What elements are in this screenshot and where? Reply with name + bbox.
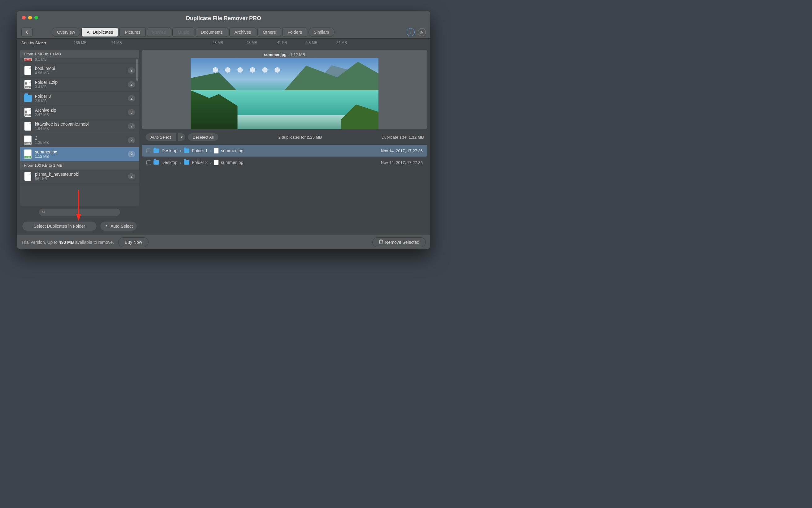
window-controls	[22, 16, 38, 19]
tab-movies[interactable]: Movies	[147, 28, 171, 37]
png-icon: PNG	[24, 135, 32, 145]
file-size: 4.96 MB	[35, 71, 125, 75]
tab-size-label	[134, 41, 167, 45]
close-window-icon[interactable]	[22, 16, 26, 19]
tab-all-duplicates[interactable]: All Duplicates	[81, 28, 118, 37]
path-segment: summer.jpg	[221, 160, 243, 165]
list-section-header: From 1 MB to 10 MB	[20, 50, 139, 58]
duplicate-path-row[interactable]: Desktop›Folder 1›summer.jpgNov 14, 2017,…	[142, 145, 427, 157]
back-button[interactable]	[22, 28, 33, 37]
file-size: 9.1 MB	[35, 58, 135, 61]
tab-music[interactable]: Music	[172, 28, 194, 37]
tab-documents[interactable]: Documents	[196, 28, 228, 37]
duplicate-size: Duplicate size: 1.12 MB	[382, 135, 424, 139]
chevron-down-icon: ▾	[44, 41, 46, 45]
duplicate-count-badge: 3	[128, 68, 135, 74]
tab-size-label: 41 KB	[267, 41, 297, 45]
auto-select-caret[interactable]: ▾	[178, 133, 186, 141]
file-name: Archive.zip	[35, 108, 125, 113]
folder-icon	[154, 160, 159, 165]
file-list[interactable]: From 1 MB to 10 MBPDF9.1 MBbook.mobi4.96…	[20, 50, 139, 206]
app-window: Duplicate File Remover PRO Overview All …	[17, 11, 430, 249]
path-segment: Desktop	[162, 148, 177, 153]
chevron-right-icon: ›	[210, 160, 212, 165]
tab-pictures[interactable]: Pictures	[120, 28, 146, 37]
titlebar: Duplicate File Remover PRO	[17, 11, 430, 26]
sparkle-icon	[104, 224, 109, 228]
size-bar: Sort by Size▾ 135 MB14 MB48 MB68 MB41 KB…	[17, 39, 430, 50]
duplicate-summary: 2 duplicates for 2.25 MB	[221, 135, 379, 139]
auto-select-dropdown[interactable]: Auto Select	[145, 133, 176, 141]
preview-image	[190, 58, 379, 129]
file-size: 3.4 MB	[35, 85, 125, 89]
chevron-right-icon: ›	[210, 148, 212, 153]
trash-icon	[379, 239, 383, 245]
list-item[interactable]: PNG21.35 MB2	[20, 133, 139, 147]
path-segment: summer.jpg	[221, 148, 243, 153]
sort-label: Sort by Size	[22, 41, 43, 45]
detail-pane: summer.jpg - 1.12 MB Auto Select ▾ Desel…	[142, 50, 427, 232]
info-icon[interactable]: i	[407, 28, 415, 36]
file-icon	[214, 148, 218, 154]
minimize-window-icon[interactable]	[28, 16, 32, 19]
deselect-all-button[interactable]: Deselect All	[187, 133, 219, 141]
tab-overview[interactable]: Overview	[52, 28, 80, 37]
doc-icon	[24, 66, 32, 76]
zip-icon: ZIP	[24, 80, 32, 89]
list-item[interactable]: JPEGsummer.jpg1.12 MB2	[20, 147, 139, 161]
doc-icon	[24, 121, 32, 131]
list-item[interactable]: PDF9.1 MB	[20, 58, 139, 64]
tab-size-label: 14 MB	[99, 41, 134, 45]
zoom-window-icon[interactable]	[34, 16, 38, 19]
tab-size-label: 5.8 MB	[297, 41, 326, 45]
file-name: Folder 1.zip	[35, 80, 125, 85]
checkbox[interactable]	[146, 160, 151, 165]
select-duplicates-in-folder-button[interactable]: Select Duplicates in Folder	[22, 221, 97, 231]
duplicate-count-badge: 3	[128, 109, 135, 115]
duplicate-count-badge: 2	[128, 81, 135, 88]
checkbox[interactable]	[146, 149, 151, 153]
list-item[interactable]: ZIPFolder 1.zip3.4 MB2	[20, 78, 139, 92]
chevron-right-icon: ›	[180, 160, 181, 165]
path-segment: Folder 2	[192, 160, 208, 165]
path-segment: Folder 1	[192, 148, 208, 153]
buy-now-button[interactable]: Buy Now	[118, 237, 148, 247]
file-size: 2.9 MB	[35, 99, 125, 103]
sidebar: From 1 MB to 10 MBPDF9.1 MBbook.mobi4.96…	[20, 50, 139, 232]
tab-folders[interactable]: Folders	[282, 28, 307, 37]
list-item[interactable]: ZIPArchive.zip2.47 MB3	[20, 105, 139, 119]
toolbar: Overview All Duplicates Pictures Movies …	[17, 26, 430, 39]
file-date: Nov 14, 2017, 17:27:36	[381, 160, 423, 165]
tab-archives[interactable]: Archives	[229, 28, 257, 37]
duplicate-paths-list: Desktop›Folder 1›summer.jpgNov 14, 2017,…	[142, 145, 427, 168]
zip-icon: ZIP	[24, 108, 32, 117]
list-item[interactable]: book.mobi4.96 MB3	[20, 64, 139, 78]
doc-icon	[24, 171, 32, 181]
duplicate-count-badge: 2	[128, 123, 135, 129]
auto-select-button[interactable]: Auto Select	[100, 221, 137, 231]
list-item[interactable]: Folder 32.9 MB2	[20, 92, 139, 105]
svg-point-1	[43, 211, 45, 213]
footer: Trial version. Up to 490 MB available to…	[17, 235, 430, 249]
chevron-right-icon: ›	[180, 148, 181, 153]
duplicate-controls: Auto Select ▾ Deselect All 2 duplicates …	[142, 132, 427, 142]
tab-similars[interactable]: Similars	[308, 28, 335, 37]
remove-selected-button[interactable]: Remove Selected	[372, 237, 426, 247]
tab-size-label: 68 MB	[237, 41, 267, 45]
file-name: Folder 3	[35, 94, 125, 99]
path-segment: Desktop	[162, 160, 177, 165]
duplicate-count-badge: 2	[128, 173, 135, 179]
search-input[interactable]	[39, 208, 120, 216]
window-title: Duplicate File Remover PRO	[17, 15, 430, 22]
file-name: 2	[35, 135, 125, 140]
tab-others[interactable]: Others	[257, 28, 281, 37]
list-item[interactable]: pisma_k_neveste.mobi981 KB2	[20, 170, 139, 183]
sort-dropdown[interactable]: Sort by Size▾	[22, 41, 46, 45]
list-section-header: From 100 KB to 1 MB	[20, 161, 139, 170]
duplicate-path-row[interactable]: Desktop›Folder 2›summer.jpgNov 14, 2017,…	[142, 157, 427, 168]
tab-size-label: 135 MB	[61, 41, 99, 45]
rss-icon[interactable]	[418, 28, 426, 36]
list-item[interactable]: kitayskoe issledovanie.mobi1.94 MB2	[20, 119, 139, 133]
folder-icon	[184, 160, 189, 165]
tab-sizes: 135 MB14 MB48 MB68 MB41 KB5.8 MB24 MB	[61, 41, 357, 45]
